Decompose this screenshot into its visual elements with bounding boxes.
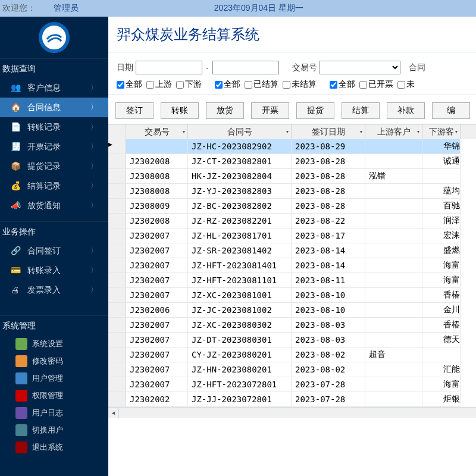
cell-contract: JZ-XC-2023081001 [188, 288, 292, 303]
sidebar-item-0[interactable]: 👥客户信息〉 [0, 78, 108, 98]
filter-check-0-1[interactable]: 上游 [146, 79, 172, 90]
sidebar-item-5[interactable]: 💰结算记录〉 [0, 176, 108, 196]
cell-down: 诚通 [422, 154, 461, 169]
sidebar-item-2[interactable]: 📄转账记录〉 [0, 117, 108, 137]
sidebar-op-1[interactable]: 💳转账录入〉 [0, 261, 108, 280]
table-row[interactable]: J2302006JZ-JC-20230810022023-08-10金川 [108, 303, 476, 318]
dropdown-icon[interactable]: ▾ [286, 129, 289, 134]
dropdown-icon[interactable]: ▾ [183, 129, 185, 134]
action-button-3[interactable]: 开票 [251, 102, 289, 119]
sidebar-item-4[interactable]: 📦提货记录〉 [0, 156, 108, 176]
action-button-1[interactable]: 转账 [161, 102, 199, 119]
table-row[interactable]: J2302007JZ-XC-20230803022023-08-03香椿 [108, 318, 476, 333]
table-row[interactable]: J2302007JZ-HL-20230817012023-08-17宏涞 [108, 228, 476, 243]
action-button-6[interactable]: 补款 [387, 102, 425, 119]
row-header[interactable]: ▸ [108, 139, 126, 154]
row-header[interactable] [108, 214, 126, 228]
row-header[interactable] [108, 273, 126, 288]
page-title: 羿众煤炭业务结算系统 [117, 25, 259, 44]
row-header[interactable] [108, 362, 126, 377]
table-row[interactable]: J2302008JZ-RZ-20230822012023-08-22润泽 [108, 214, 476, 228]
nav-icon: 👥 [11, 83, 21, 93]
action-button-2[interactable]: 放货 [206, 102, 244, 119]
table-row[interactable]: J2302007JZ-HFT-20230814012023-08-14海富 [108, 258, 476, 273]
chevron-right-icon: 〉 [90, 246, 98, 256]
sidebar-sys-1[interactable]: 修改密码 [0, 352, 108, 369]
table-row[interactable]: J2302007JZ-HN-20230802012023-08-02汇能 [108, 362, 476, 377]
table-row[interactable]: J2308009JZ-BC-20230828022023-08-28百驰 [108, 199, 476, 214]
table-row[interactable]: J2308008HK-JZ-20230828042023-08-28泓锴 [108, 169, 476, 184]
cell-txn: J2302007 [126, 228, 188, 243]
action-button-7[interactable]: 编 [432, 102, 470, 119]
col-header-1[interactable]: 合同号▾ [188, 124, 292, 139]
sidebar-op-2[interactable]: 🖨发票录入〉 [0, 280, 108, 300]
filter-check-1-1[interactable]: 已结算 [245, 79, 278, 90]
row-header[interactable] [108, 184, 126, 199]
date-to-input[interactable] [212, 61, 279, 74]
table-row[interactable]: J2302007JZ-DT-20230803012023-08-03德天 [108, 333, 476, 347]
sidebar-sys-5[interactable]: 切换用户 [0, 421, 108, 439]
cell-contract: JZ-SR-2023081402 [188, 243, 292, 258]
sidebar-item-3[interactable]: 🧾开票记录〉 [0, 137, 108, 156]
dropdown-icon[interactable]: ▾ [455, 129, 458, 134]
row-header[interactable] [108, 288, 126, 303]
table-row[interactable]: J2302008JZ-CT-20230828012023-08-28诚通 [108, 154, 476, 169]
col-header-3[interactable]: 上游客户▾ [365, 124, 422, 139]
nav-icon: 💳 [11, 265, 21, 276]
filter-check-0-2[interactable]: 下游 [176, 79, 202, 90]
row-header[interactable] [108, 199, 126, 214]
cell-date: 2023-08-03 [292, 333, 365, 347]
row-header[interactable] [108, 154, 126, 169]
sidebar-sys-3[interactable]: 权限管理 [0, 387, 108, 404]
action-button-5[interactable]: 结算 [342, 102, 380, 119]
col-header-2[interactable]: 签订日期▾ [292, 124, 365, 139]
sidebar-item-6[interactable]: 📣放货通知〉 [0, 196, 108, 215]
dropdown-icon[interactable]: ▾ [417, 129, 419, 134]
sidebar-item-1[interactable]: 🏠合同信息〉 [0, 98, 108, 117]
filter-check-0-0[interactable]: 全部 [117, 79, 142, 90]
table-row[interactable]: J2308008JZ-YJ-20230828032023-08-28蕴均 [108, 184, 476, 199]
row-header[interactable] [108, 392, 126, 407]
filter-check-2-0[interactable]: 全部 [330, 79, 355, 90]
scroll-left-icon[interactable]: ◄ [108, 408, 119, 418]
row-header[interactable] [108, 333, 126, 347]
table-row[interactable]: ▸JZ-HC-20230829022023-08-29华锦 [108, 139, 476, 154]
col-header-0[interactable]: 交易号▾ [126, 124, 188, 139]
filter-check-2-2[interactable]: 未 [397, 79, 415, 90]
row-header[interactable] [108, 258, 126, 273]
table-row[interactable]: J2302007JZ-HFT-20230728012023-07-28海富 [108, 377, 476, 392]
row-header[interactable] [108, 243, 126, 258]
sidebar-sys-0[interactable]: 系统设置 [0, 335, 108, 352]
sidebar-sys-2[interactable]: 用户管理 [0, 369, 108, 387]
action-button-0[interactable]: 签订 [115, 102, 154, 119]
table-row[interactable]: J2302002JZ-JJ-20230728012023-07-28炬银 [108, 392, 476, 407]
table-row[interactable]: J2302007JZ-SR-20230814022023-08-14盛燃 [108, 243, 476, 258]
row-header[interactable] [108, 169, 126, 184]
row-header[interactable] [108, 347, 126, 362]
filter-check-1-0[interactable]: 全部 [215, 79, 240, 90]
table-row[interactable]: J2302007CY-JZ-20230802012023-08-02超音 [108, 347, 476, 362]
row-header[interactable] [108, 318, 126, 333]
col-header-4[interactable]: 下游客▾ [422, 124, 461, 139]
current-date: 2023年09月04日 星期一 [214, 3, 303, 14]
sidebar-op-0[interactable]: 🔗合同签订〉 [0, 241, 108, 261]
sidebar-sys-4[interactable]: 用户日志 [0, 404, 108, 421]
cell-txn: J2302007 [126, 333, 188, 347]
table-row[interactable]: J2302007JZ-XC-20230810012023-08-10香椿 [108, 288, 476, 303]
sidebar-sys-6[interactable]: 退出系统 [0, 439, 108, 456]
filter-check-1-2[interactable]: 未结算 [283, 79, 317, 90]
row-header[interactable] [108, 228, 126, 243]
row-header[interactable] [108, 303, 126, 318]
filter-check-2-1[interactable]: 已开票 [359, 79, 393, 90]
chevron-right-icon: 〉 [90, 285, 98, 295]
horizontal-scrollbar[interactable]: ◄ [108, 407, 476, 418]
txn-select[interactable] [320, 61, 400, 74]
row-header[interactable] [108, 377, 126, 392]
dropdown-icon[interactable]: ▾ [360, 129, 362, 134]
action-button-4[interactable]: 提货 [296, 102, 334, 119]
table-row[interactable]: J2302007JZ-HFT-20230811012023-08-11海富 [108, 273, 476, 288]
date-from-input[interactable] [136, 61, 202, 74]
cell-up: 超音 [365, 347, 422, 362]
cell-date: 2023-08-28 [292, 184, 365, 199]
cell-txn [126, 139, 188, 154]
